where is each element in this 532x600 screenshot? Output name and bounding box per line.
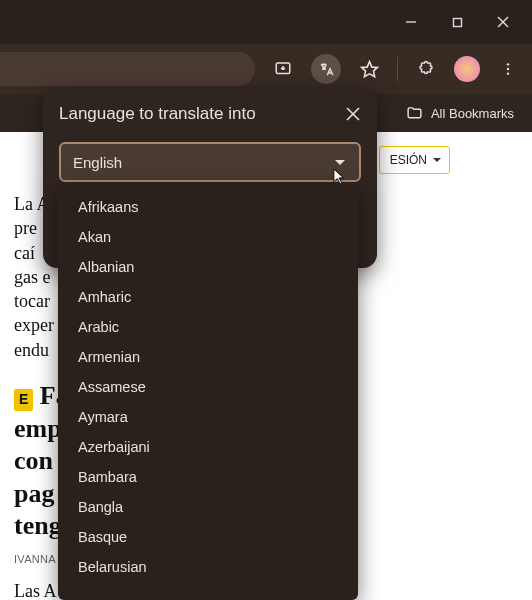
language-option[interactable]: Azerbaijani (58, 432, 358, 462)
language-option[interactable]: Akan (58, 222, 358, 252)
language-option[interactable]: Albanian (58, 252, 358, 282)
svg-rect-1 (453, 18, 461, 26)
language-select-value: English (73, 154, 122, 171)
svg-point-6 (507, 63, 509, 65)
svg-marker-5 (361, 61, 377, 76)
bookmark-star-button[interactable] (355, 55, 383, 83)
all-bookmarks-label: All Bookmarks (431, 106, 514, 121)
minimize-icon (405, 16, 417, 28)
install-app-button[interactable] (269, 55, 297, 83)
translate-popup-close-button[interactable] (339, 100, 367, 128)
translate-popup-title: Language to translate into (59, 104, 361, 124)
profile-avatar[interactable] (454, 56, 480, 82)
translate-button[interactable] (311, 54, 341, 84)
window-minimize-button[interactable] (388, 0, 434, 44)
svg-point-8 (507, 72, 509, 74)
close-icon (346, 107, 360, 121)
toolbar-divider (397, 57, 398, 81)
language-option[interactable]: Assamese (58, 372, 358, 402)
language-option[interactable]: Belarusian (58, 552, 358, 582)
translate-icon (318, 61, 335, 78)
session-button[interactable]: ESIÓN (379, 146, 450, 174)
browser-toolbar (0, 44, 532, 94)
close-icon (497, 16, 509, 28)
language-option[interactable]: Aymara (58, 402, 358, 432)
folder-icon (406, 105, 423, 122)
puzzle-icon (417, 60, 435, 78)
kebab-icon (500, 61, 516, 77)
window-close-button[interactable] (480, 0, 526, 44)
language-dropdown-list[interactable]: AfrikaansAkanAlbanianAmharicArabicArmeni… (58, 186, 358, 600)
headline-fragment-2: emp con pag teng (14, 414, 62, 541)
star-icon (360, 60, 379, 79)
window-titlebar (0, 0, 532, 44)
language-option[interactable]: Afrikaans (58, 192, 358, 222)
language-option[interactable]: Bambara (58, 462, 358, 492)
language-select[interactable]: English (59, 142, 361, 182)
all-bookmarks-button[interactable]: All Bookmarks (406, 105, 514, 122)
language-option[interactable]: Basque (58, 522, 358, 552)
omnibox[interactable] (0, 52, 255, 86)
language-option[interactable]: Arabic (58, 312, 358, 342)
svg-point-7 (507, 68, 509, 70)
browser-menu-button[interactable] (494, 55, 522, 83)
language-option[interactable]: Bangla (58, 492, 358, 522)
maximize-icon (452, 17, 463, 28)
session-button-label: ESIÓN (390, 153, 427, 167)
window-maximize-button[interactable] (434, 0, 480, 44)
language-option[interactable]: Amharic (58, 282, 358, 312)
cursor-icon (333, 168, 347, 186)
language-option[interactable]: Armenian (58, 342, 358, 372)
exclusive-badge: E (14, 389, 33, 411)
install-icon (274, 60, 292, 78)
extensions-button[interactable] (412, 55, 440, 83)
